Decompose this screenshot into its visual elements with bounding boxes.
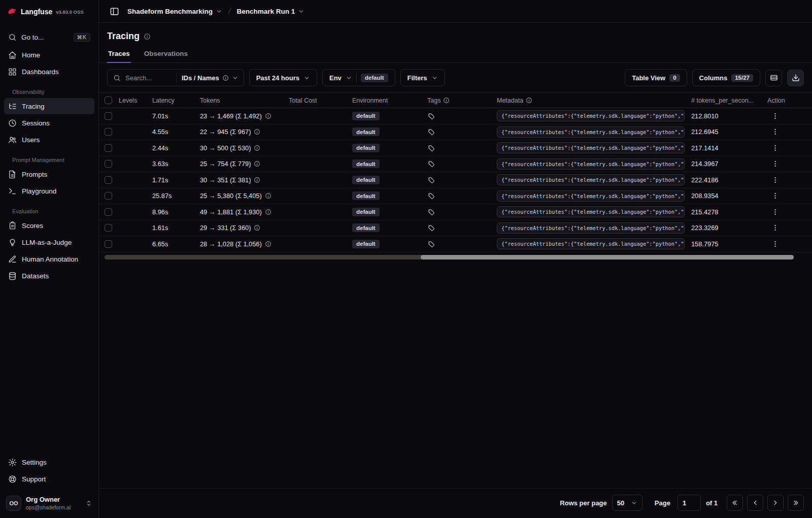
search-mode-select[interactable]: IDs / Names	[176, 73, 239, 83]
previous-page-button[interactable]	[747, 495, 763, 511]
row-checkbox[interactable]	[105, 128, 112, 136]
project-switcher[interactable]: Benchmark Run 1	[237, 8, 305, 15]
tag-icon[interactable]	[427, 128, 435, 136]
row-actions-button[interactable]	[768, 141, 782, 154]
tag-icon[interactable]	[427, 192, 435, 200]
sidebar-item-users[interactable]: Users	[4, 132, 94, 148]
column-header-environment[interactable]: Environment	[352, 97, 427, 104]
sidebar-toggle-button[interactable]	[107, 4, 121, 18]
filters-button[interactable]: Filters	[400, 69, 445, 86]
metadata-cell: {"resourceAttributes":{"telemetry.sdk.la…	[497, 174, 691, 185]
tab-traces[interactable]: Traces	[107, 46, 131, 63]
time-range-button[interactable]: Past 24 hours	[249, 69, 317, 86]
sidebar-item-prompts[interactable]: Prompts	[4, 166, 94, 182]
metadata-preview[interactable]: {"resourceAttributes":{"telemetry.sdk.la…	[497, 142, 685, 153]
select-all-checkbox[interactable]	[105, 96, 112, 104]
column-header-total-cost[interactable]: Total Cost	[289, 97, 352, 104]
action-cell	[767, 141, 812, 154]
column-header-tags[interactable]: Tags	[427, 97, 497, 104]
row-actions-button[interactable]	[768, 189, 782, 203]
next-page-button[interactable]	[767, 495, 784, 511]
row-actions-button[interactable]	[768, 157, 782, 171]
metadata-preview[interactable]: {"resourceAttributes":{"telemetry.sdk.la…	[497, 158, 685, 170]
tag-icon[interactable]	[427, 176, 435, 184]
table-row[interactable]: 7.01s 23 → 1,469 (Σ 1,492) default {"res…	[99, 108, 812, 124]
last-page-button[interactable]	[788, 495, 804, 511]
metadata-preview[interactable]: {"resourceAttributes":{"telemetry.sdk.la…	[497, 174, 685, 185]
row-checkbox[interactable]	[105, 192, 112, 200]
tag-icon[interactable]	[427, 240, 435, 248]
row-checkbox[interactable]	[105, 208, 112, 216]
tag-icon[interactable]	[427, 160, 435, 168]
table-row[interactable]: 1.61s 29 → 331 (Σ 360) default {"resourc…	[99, 220, 812, 237]
tag-icon[interactable]	[427, 144, 435, 152]
search-input[interactable]	[125, 74, 172, 82]
column-header-tokens[interactable]: Tokens	[200, 97, 289, 104]
row-actions-button[interactable]	[768, 221, 782, 235]
row-actions-button[interactable]	[768, 237, 782, 250]
tag-icon[interactable]	[427, 112, 435, 120]
table-row[interactable]: 4.55s 22 → 945 (Σ 967) default {"resourc…	[99, 124, 812, 141]
row-height-button[interactable]	[765, 70, 782, 86]
table-row[interactable]: 1.71s 30 → 351 (Σ 381) default {"resourc…	[99, 172, 812, 188]
table-row[interactable]: 3.63s 25 → 754 (Σ 779) default {"resourc…	[99, 156, 812, 173]
row-actions-button[interactable]	[768, 205, 782, 218]
row-actions-button[interactable]	[768, 125, 782, 139]
tokens-cell: 25 → 5,380 (Σ 5,405)	[200, 192, 289, 200]
row-checkbox[interactable]	[105, 240, 112, 248]
metadata-preview[interactable]: {"resourceAttributes":{"telemetry.sdk.la…	[497, 206, 685, 217]
table-row[interactable]: 25.87s 25 → 5,380 (Σ 5,405) default {"re…	[99, 188, 812, 205]
row-checkbox[interactable]	[105, 112, 112, 120]
info-icon	[222, 75, 229, 81]
row-checkbox[interactable]	[105, 224, 112, 232]
sidebar-item-settings[interactable]: Settings	[4, 454, 94, 470]
user-menu[interactable]: OO Org Owner ops@shadeform.ai	[0, 490, 98, 518]
sidebar-item-dashboards[interactable]: Dashboards	[4, 63, 94, 80]
sidebar-item-llm-judge[interactable]: LLM-as-a-Judge	[4, 234, 94, 250]
metadata-preview[interactable]: {"resourceAttributes":{"telemetry.sdk.la…	[497, 110, 685, 121]
tag-icon[interactable]	[427, 224, 435, 232]
metadata-preview[interactable]: {"resourceAttributes":{"telemetry.sdk.la…	[497, 126, 685, 138]
columns-button[interactable]: Columns 15/27	[692, 69, 760, 86]
time-range-label: Past 24 hours	[256, 74, 299, 82]
column-header-tokens-per-second[interactable]: # tokens_per_secon...	[691, 97, 767, 104]
table-view-button[interactable]: Table View 0	[625, 69, 687, 86]
row-actions-button[interactable]	[768, 173, 782, 186]
action-cell	[767, 173, 812, 186]
sidebar-item-human-annotation[interactable]: Human Annotation	[4, 251, 94, 267]
row-checkbox[interactable]	[105, 176, 112, 184]
column-header-metadata[interactable]: Metadata	[497, 97, 691, 104]
table-row[interactable]: 2.44s 30 → 500 (Σ 530) default {"resourc…	[99, 140, 812, 156]
metadata-preview[interactable]: {"resourceAttributes":{"telemetry.sdk.la…	[497, 190, 685, 202]
tab-observations[interactable]: Observations	[143, 46, 189, 63]
table-row[interactable]: 6.65s 28 → 1,028 (Σ 1,056) default {"res…	[99, 236, 812, 252]
sidebar-item-support[interactable]: Support	[4, 471, 94, 487]
goto-search[interactable]: Go to... ⌘K	[4, 29, 94, 45]
sidebar-nav: Home Dashboards Observability Tracing Se…	[0, 46, 98, 284]
org-switcher[interactable]: Shadeform Benchmarking	[127, 8, 222, 15]
column-header-latency[interactable]: Latency	[152, 97, 200, 104]
scrollbar-thumb[interactable]	[421, 255, 794, 260]
environment-badge: default	[352, 176, 380, 184]
horizontal-scrollbar[interactable]	[105, 255, 794, 260]
tag-icon[interactable]	[427, 208, 435, 216]
rows-per-page-select[interactable]: 50	[612, 495, 642, 511]
page-number-input[interactable]	[678, 495, 701, 511]
table-row[interactable]: 8.96s 49 → 1,881 (Σ 1,930) default {"res…	[99, 204, 812, 220]
sidebar-item-home[interactable]: Home	[4, 47, 94, 63]
metadata-preview[interactable]: {"resourceAttributes":{"telemetry.sdk.la…	[497, 238, 685, 249]
row-actions-button[interactable]	[768, 109, 782, 122]
column-header-levels[interactable]: Levels	[119, 97, 152, 104]
row-checkbox[interactable]	[105, 160, 112, 168]
export-button[interactable]	[787, 70, 804, 86]
sidebar-item-tracing[interactable]: Tracing	[4, 98, 94, 114]
env-filter-button[interactable]: Env default	[322, 69, 395, 86]
sidebar-item-sessions[interactable]: Sessions	[4, 115, 94, 131]
row-checkbox[interactable]	[105, 144, 112, 152]
sidebar-item-datasets[interactable]: Datasets	[4, 268, 94, 284]
sidebar-item-scores[interactable]: Scores	[4, 217, 94, 234]
sidebar-item-playground[interactable]: Playground	[4, 183, 94, 199]
metadata-preview[interactable]: {"resourceAttributes":{"telemetry.sdk.la…	[497, 222, 685, 234]
first-page-button[interactable]	[727, 495, 743, 511]
page-count-label: of 1	[706, 499, 718, 507]
